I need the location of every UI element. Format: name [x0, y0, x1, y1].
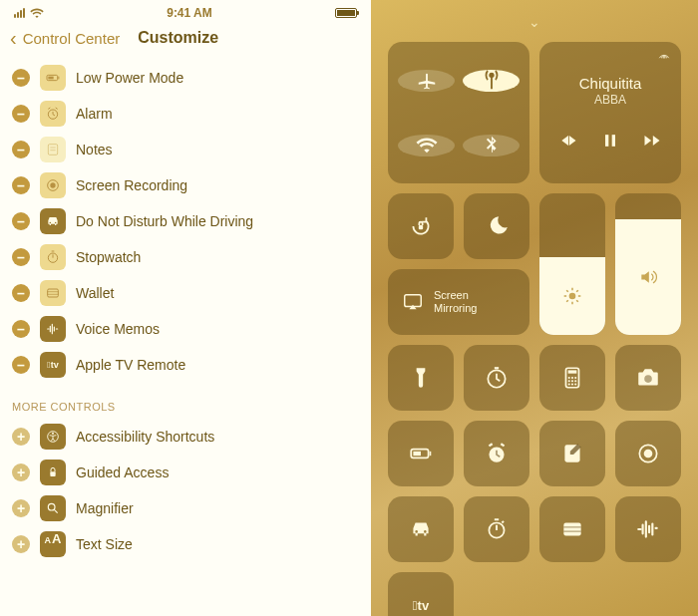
car-icon	[40, 208, 66, 234]
brightness-slider[interactable]	[539, 193, 605, 335]
chevron-down-icon[interactable]: ⌄	[528, 14, 540, 30]
status-bar: 9:41 AM	[0, 0, 371, 22]
list-item[interactable]: – Low Power Mode	[10, 60, 361, 96]
svg-point-36	[574, 380, 576, 382]
wallet-icon	[40, 280, 66, 306]
volume-slider[interactable]	[615, 193, 681, 335]
flashlight-button[interactable]	[388, 345, 454, 411]
cellular-data-toggle[interactable]	[463, 70, 520, 92]
notes-button[interactable]	[539, 421, 605, 486]
item-label: Low Power Mode	[76, 70, 183, 86]
apple-tv-icon: tv	[40, 352, 66, 378]
svg-rect-13	[50, 471, 55, 476]
remove-button[interactable]: –	[12, 105, 30, 123]
screen-mirroring-button[interactable]: Screen Mirroring	[388, 269, 529, 335]
remove-button[interactable]: –	[12, 69, 30, 87]
item-label: Alarm	[76, 106, 113, 122]
back-button[interactable]: Control Center	[23, 30, 121, 47]
remove-button[interactable]: –	[12, 356, 30, 374]
list-item[interactable]: – Alarm	[10, 96, 361, 132]
svg-point-18	[569, 293, 576, 300]
list-item[interactable]: – Voice Memos	[10, 311, 361, 347]
control-center: ⌄ Chiquitita ABBA	[371, 0, 698, 616]
notes-icon	[40, 137, 66, 162]
list-item[interactable]: + Accessibility Shortcuts	[10, 419, 361, 455]
low-power-icon	[40, 65, 66, 91]
media-title: Chiquitita	[579, 75, 642, 92]
list-item[interactable]: – Notes	[10, 132, 361, 167]
dnd-driving-button[interactable]	[388, 496, 454, 562]
timer-button[interactable]	[464, 345, 529, 411]
media-module[interactable]: Chiquitita ABBA	[539, 42, 681, 183]
wallet-button[interactable]	[539, 496, 605, 562]
status-time: 9:41 AM	[167, 6, 212, 20]
settings-screen: 9:41 AM ‹ Control Center Customize – Low…	[0, 0, 371, 616]
included-controls-list: – Low Power Mode – Alarm – Notes – Scree…	[0, 60, 371, 383]
add-button[interactable]: +	[12, 463, 30, 481]
voice-memos-button[interactable]	[615, 496, 681, 562]
add-button[interactable]: +	[12, 499, 30, 517]
remove-button[interactable]: –	[12, 248, 30, 266]
item-label: Do Not Disturb While Driving	[76, 213, 253, 229]
remove-button[interactable]: –	[12, 320, 30, 338]
nav-header: ‹ Control Center Customize	[0, 22, 371, 60]
bluetooth-toggle[interactable]	[463, 135, 520, 156]
connectivity-module	[388, 42, 529, 183]
calculator-button[interactable]	[539, 345, 605, 411]
alarm-icon	[40, 101, 66, 127]
stopwatch-icon	[40, 244, 66, 270]
svg-rect-49	[563, 523, 580, 536]
airplay-screen-icon	[402, 291, 424, 313]
mirror-label: Screen Mirroring	[434, 289, 477, 315]
list-item[interactable]: – Screen Recording	[10, 167, 361, 203]
svg-point-14	[48, 503, 55, 510]
media-artist: ABBA	[594, 93, 626, 107]
item-label: Wallet	[76, 285, 114, 301]
remove-button[interactable]: –	[12, 212, 30, 230]
airplane-mode-toggle[interactable]	[398, 70, 455, 92]
svg-point-38	[571, 383, 573, 385]
wifi-toggle[interactable]	[398, 135, 455, 156]
list-item[interactable]: + Magnifier	[10, 490, 361, 526]
screen-recording-button[interactable]	[615, 421, 681, 486]
svg-point-47	[644, 450, 653, 459]
svg-rect-2	[58, 77, 59, 80]
list-item[interactable]: + AA Text Size	[10, 526, 361, 562]
apple-tv-remote-button[interactable]: tv	[388, 572, 454, 616]
svg-point-32	[571, 377, 573, 379]
next-track-button[interactable]	[642, 131, 662, 151]
do-not-disturb-toggle[interactable]	[464, 193, 529, 259]
page-title: Customize	[138, 29, 218, 47]
airplay-icon	[657, 50, 671, 64]
low-power-button[interactable]	[388, 421, 454, 486]
svg-point-37	[568, 383, 570, 385]
list-item[interactable]: – tv Apple TV Remote	[10, 347, 361, 383]
svg-point-12	[52, 433, 54, 435]
prev-track-button[interactable]	[558, 131, 578, 151]
add-button[interactable]: +	[12, 535, 30, 553]
item-label: Magnifier	[76, 500, 134, 516]
svg-point-39	[574, 383, 576, 385]
orientation-lock-toggle[interactable]	[388, 193, 454, 259]
pause-button[interactable]	[600, 131, 620, 151]
camera-button[interactable]	[615, 345, 681, 411]
list-item[interactable]: + Guided Access	[10, 455, 361, 490]
list-item[interactable]: – Wallet	[10, 275, 361, 311]
svg-point-40	[644, 375, 652, 383]
item-label: Guided Access	[76, 464, 169, 480]
list-item[interactable]: – Stopwatch	[10, 239, 361, 275]
add-button[interactable]: +	[12, 428, 30, 446]
svg-point-31	[568, 377, 570, 379]
stopwatch-button[interactable]	[464, 496, 529, 562]
remove-button[interactable]: –	[12, 176, 30, 194]
svg-point-34	[568, 380, 570, 382]
svg-rect-15	[605, 135, 608, 147]
svg-rect-10	[48, 289, 59, 297]
svg-rect-30	[568, 370, 577, 373]
list-item[interactable]: – Do Not Disturb While Driving	[10, 203, 361, 239]
back-chevron-icon[interactable]: ‹	[10, 28, 17, 48]
alarm-button[interactable]	[464, 421, 529, 486]
svg-line-24	[576, 300, 578, 302]
remove-button[interactable]: –	[12, 141, 30, 158]
remove-button[interactable]: –	[12, 284, 30, 302]
